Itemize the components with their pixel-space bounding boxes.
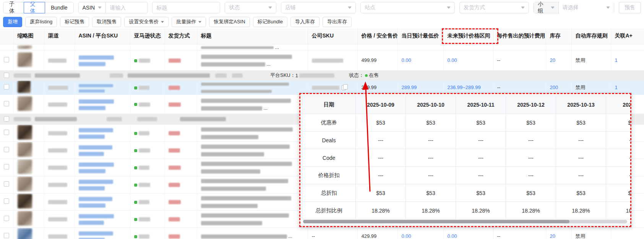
blurred-title (201, 213, 289, 218)
today-lowest-cell[interactable]: 0.00 (397, 50, 443, 70)
group-type-select[interactable]: 小组 (534, 2, 558, 13)
today-lowest-cell[interactable]: 289.99 (397, 80, 443, 94)
tab-bundle[interactable]: Bundle (45, 2, 74, 13)
blurred-asin-link[interactable] (79, 55, 114, 60)
blurred-status (139, 200, 149, 204)
product-thumbnail[interactable] (18, 52, 32, 67)
popup-value-cell: --- (556, 167, 606, 184)
asin-type-select[interactable]: ASIN (79, 2, 106, 13)
product-thumbnail[interactable] (18, 159, 32, 174)
popup-value-cell: 18.28% (556, 202, 606, 219)
col-header-thumbnail: 缩略图 (13, 28, 44, 44)
row-checkbox[interactable] (4, 73, 9, 78)
set-safe-price-button[interactable]: 设置安全售价 (124, 17, 169, 27)
product-thumbnail[interactable] (18, 125, 32, 140)
blurred-asin-link[interactable] (79, 197, 112, 201)
status-select-placeholder: 状态 (229, 4, 240, 11)
discard-listing-button[interactable]: 废弃listing (25, 17, 57, 27)
cancel-presale-button[interactable]: 取消预售 (92, 17, 121, 27)
status-dot-icon (134, 149, 137, 152)
row-checkbox[interactable] (4, 198, 9, 204)
aplus-cell[interactable]: 1 (611, 50, 644, 70)
blurred-parent-asin (35, 73, 80, 78)
group-value-select[interactable]: 请选择 (559, 2, 614, 13)
add-button[interactable]: 新增 (3, 17, 22, 27)
blurred-platform-sku (79, 106, 105, 110)
mark-bundle-button[interactable]: 标记Bundle (253, 17, 287, 27)
price-cell: 429.99 (357, 228, 397, 239)
aplus-cell[interactable]: 1 (611, 80, 644, 94)
blurred-asin-link[interactable] (79, 163, 114, 167)
blurred-title (201, 127, 293, 132)
product-thumbnail[interactable] (18, 142, 32, 157)
row-checkbox[interactable] (4, 147, 9, 152)
future-price-popup: 日期2025-10-092025-10-102025-10-112025-10-… (299, 93, 631, 227)
shipping-method-select[interactable]: 发货方式 (459, 2, 529, 13)
blurred-asin-link[interactable] (79, 231, 113, 236)
status-value: 在售 (369, 72, 379, 79)
row-checkbox[interactable] (4, 233, 9, 238)
popup-data-row: 总折扣$53$53$53$53$53$5 (302, 184, 632, 202)
blurred-asin-link[interactable] (79, 99, 114, 104)
product-thumbnail[interactable] (18, 211, 32, 226)
stock-cell[interactable]: 200 (546, 80, 571, 94)
future-price-range-cell[interactable]: 236.99~289.99 (443, 80, 493, 94)
row-checkbox[interactable] (4, 84, 9, 89)
title-search-input[interactable] (152, 2, 220, 13)
site-select[interactable]: 站点 (360, 2, 455, 13)
product-thumbnail[interactable] (18, 228, 32, 239)
stock-cell[interactable]: 20 (546, 50, 571, 70)
row-checkbox[interactable] (4, 57, 9, 62)
tab-child[interactable]: 子体 (3, 2, 24, 13)
blurred-title (201, 62, 265, 67)
blurred-text (14, 117, 31, 121)
blurred-title (201, 145, 290, 149)
export-stock-button[interactable]: 导出库存 (323, 17, 352, 27)
asin-search-input[interactable] (106, 2, 147, 13)
future-price-range-cell[interactable]: 0.00 (443, 228, 493, 239)
row-checkbox[interactable] (4, 216, 9, 221)
truncation-ellipsis: ... (266, 61, 271, 67)
product-thumbnail[interactable] (18, 81, 31, 93)
truncation-ellipsis: ... (263, 105, 268, 111)
popup-value-cell: --- (456, 149, 506, 167)
popup-horizontal-scrollbar[interactable] (303, 220, 627, 223)
row-checkbox[interactable] (4, 101, 9, 106)
blurred-asin-link[interactable] (79, 214, 114, 218)
row-checkbox[interactable] (4, 130, 9, 135)
status-select[interactable]: 状态 (225, 2, 276, 13)
product-thumbnail[interactable] (18, 177, 32, 191)
chevron-down-icon (606, 7, 610, 9)
blurred-asin-link[interactable] (79, 145, 112, 150)
batch-operations-button[interactable]: 批量操作 (172, 17, 206, 27)
row-checkbox[interactable] (4, 116, 9, 122)
blurred-shipping (169, 148, 180, 153)
tab-parent[interactable]: 父体 (24, 2, 45, 13)
product-thumbnail[interactable] (18, 194, 32, 208)
blurred-asin-link[interactable] (79, 180, 113, 184)
blurred-asin-link[interactable] (79, 84, 113, 87)
product-thumbnail[interactable] (18, 96, 32, 111)
row-checkbox[interactable] (4, 164, 9, 169)
auto-stock-rule-cell: 禁用 (571, 80, 611, 94)
blurred-asin-link[interactable] (79, 128, 113, 132)
blurred-platform-sku-value (299, 73, 334, 78)
mark-presale-button[interactable]: 标记预售 (60, 17, 89, 27)
today-lowest-cell[interactable]: 0.00 (397, 228, 443, 239)
blurred-title (201, 169, 260, 174)
blurred-channel (48, 217, 67, 221)
stock-cell[interactable]: 20 (546, 228, 571, 239)
status-dot-icon (134, 184, 137, 187)
blurred-shipping (169, 59, 181, 63)
rebind-asin-button[interactable]: 恢复绑定ASIN (209, 17, 250, 27)
shop-select[interactable]: 店铺 (281, 2, 356, 13)
future-price-range-cell[interactable]: 0.00 (443, 50, 493, 70)
copy-icon[interactable] (342, 85, 346, 90)
popup-scrollbar-thumb[interactable] (303, 220, 569, 223)
shipping-select-placeholder: 发货方式 (464, 4, 485, 11)
shop-select-placeholder: 店铺 (285, 4, 296, 11)
presale-filter-button[interactable]: 预售 (619, 2, 641, 13)
row-checkbox[interactable] (4, 181, 9, 187)
import-stock-button[interactable]: 导入库存 (290, 17, 320, 27)
table-header-row: 缩略图 渠道 ASIN / 平台SKU 亚马逊状态 发货方式 标题 公司SKU … (0, 28, 644, 44)
